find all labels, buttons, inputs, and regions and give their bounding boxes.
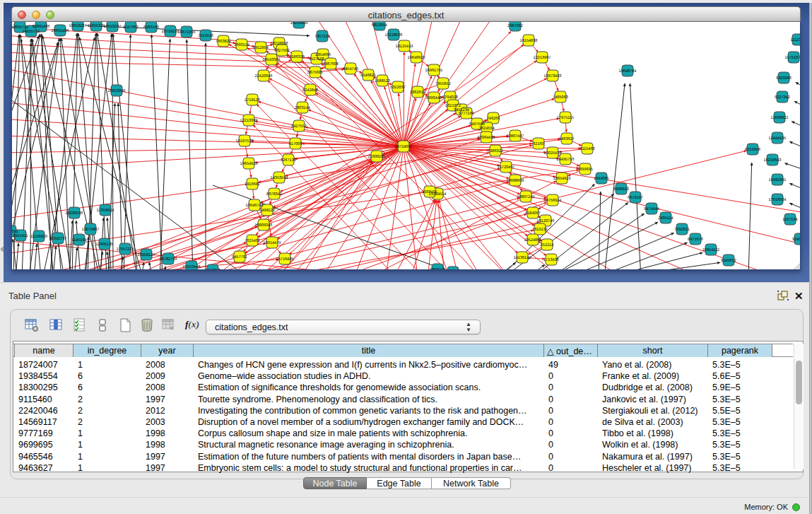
svg-text:7663822: 7663822 bbox=[216, 40, 231, 44]
svg-text:19654925: 19654925 bbox=[240, 162, 258, 166]
svg-text:7515526: 7515526 bbox=[198, 34, 213, 38]
svg-text:6679197: 6679197 bbox=[628, 196, 643, 200]
svg-text:9245012: 9245012 bbox=[792, 238, 801, 242]
svg-text:20206536: 20206536 bbox=[66, 211, 83, 216]
svg-text:26053346: 26053346 bbox=[108, 89, 126, 93]
svg-text:16809346: 16809346 bbox=[255, 223, 273, 228]
svg-text:19524851: 19524851 bbox=[524, 238, 542, 243]
svg-text:11156829: 11156829 bbox=[30, 235, 47, 239]
svg-text:16756924: 16756924 bbox=[544, 199, 562, 203]
svg-text:15716485: 15716485 bbox=[276, 257, 294, 262]
svg-text:1644095: 1644095 bbox=[594, 177, 609, 181]
svg-text:2354666: 2354666 bbox=[315, 53, 331, 57]
svg-text:252214: 252214 bbox=[541, 243, 554, 247]
svg-text:8678342: 8678342 bbox=[266, 192, 282, 197]
svg-text:9227342: 9227342 bbox=[775, 95, 790, 100]
svg-text:12213967: 12213967 bbox=[534, 56, 551, 60]
svg-text:8813054: 8813054 bbox=[372, 23, 387, 28]
svg-text:1527602: 1527602 bbox=[123, 25, 139, 30]
svg-text:13218506: 13218506 bbox=[385, 33, 403, 37]
svg-text:2687682: 2687682 bbox=[507, 24, 523, 28]
svg-text:9245652: 9245652 bbox=[721, 259, 736, 263]
svg-text:1938455: 1938455 bbox=[422, 190, 437, 194]
svg-text:3624554: 3624554 bbox=[479, 127, 495, 131]
svg-text:6794028: 6794028 bbox=[442, 95, 458, 100]
svg-text:1615132: 1615132 bbox=[532, 228, 548, 232]
svg-text:17359924: 17359924 bbox=[97, 209, 114, 213]
svg-text:16671355: 16671355 bbox=[178, 30, 196, 35]
svg-text:3267130: 3267130 bbox=[281, 158, 296, 163]
svg-text:7357224: 7357224 bbox=[314, 35, 330, 39]
svg-text:10807487: 10807487 bbox=[507, 134, 524, 139]
svg-text:9474444: 9474444 bbox=[644, 207, 659, 211]
svg-text:3660124: 3660124 bbox=[234, 43, 249, 47]
svg-text:16640910: 16640910 bbox=[408, 56, 425, 60]
svg-text:14136141: 14136141 bbox=[514, 256, 531, 260]
svg-text:2867608: 2867608 bbox=[323, 62, 339, 66]
svg-text:746266: 746266 bbox=[487, 117, 500, 121]
svg-text:2935114: 2935114 bbox=[658, 216, 673, 221]
svg-text:1498222: 1498222 bbox=[259, 209, 275, 213]
svg-text:12213369: 12213369 bbox=[240, 119, 258, 123]
svg-text:10688609: 10688609 bbox=[507, 179, 524, 183]
svg-text:1588520: 1588520 bbox=[375, 79, 390, 83]
svg-text:16107533: 16107533 bbox=[236, 139, 254, 144]
svg-text:10973493: 10973493 bbox=[544, 74, 562, 78]
svg-text:8471676: 8471676 bbox=[688, 238, 703, 242]
svg-text:13654923: 13654923 bbox=[553, 177, 571, 181]
svg-text:9527508: 9527508 bbox=[309, 57, 324, 62]
svg-text:8912954: 8912954 bbox=[253, 46, 269, 50]
svg-text:9115460: 9115460 bbox=[579, 147, 594, 151]
svg-text:9850713: 9850713 bbox=[430, 268, 445, 270]
svg-text:10553267: 10553267 bbox=[104, 25, 122, 29]
svg-text:16958127: 16958127 bbox=[138, 253, 155, 257]
svg-text:14353594: 14353594 bbox=[271, 176, 288, 180]
svg-text:14055712: 14055712 bbox=[23, 30, 40, 34]
svg-text:5875685: 5875685 bbox=[307, 71, 323, 75]
svg-text:16543362: 16543362 bbox=[263, 58, 281, 62]
svg-text:8242848: 8242848 bbox=[302, 88, 318, 93]
svg-text:16033809: 16033809 bbox=[290, 22, 308, 25]
svg-text:16210643: 16210643 bbox=[764, 158, 782, 163]
svg-text:1362615: 1362615 bbox=[410, 90, 425, 95]
svg-text:1145194: 1145194 bbox=[71, 238, 86, 243]
svg-text:11055325: 11055325 bbox=[88, 24, 105, 28]
svg-text:12942737: 12942737 bbox=[49, 237, 67, 241]
svg-text:15720407: 15720407 bbox=[498, 165, 515, 170]
svg-text:22420046: 22420046 bbox=[255, 74, 273, 78]
svg-text:7632621: 7632621 bbox=[674, 228, 690, 232]
svg-text:16648784: 16648784 bbox=[619, 69, 637, 74]
svg-text:7485063: 7485063 bbox=[553, 95, 568, 100]
svg-text:53226058: 53226058 bbox=[271, 42, 288, 46]
svg-text:32891406: 32891406 bbox=[33, 25, 50, 29]
svg-text:12444195: 12444195 bbox=[769, 136, 787, 141]
svg-text:10719155: 10719155 bbox=[162, 30, 180, 34]
svg-text:2803144: 2803144 bbox=[295, 106, 310, 110]
svg-text:8215958: 8215958 bbox=[745, 148, 760, 152]
svg-text:17975115: 17975115 bbox=[557, 116, 574, 120]
svg-text:9245013: 9245013 bbox=[205, 269, 220, 270]
svg-text:12905135: 12905135 bbox=[96, 243, 114, 247]
svg-text:10653287: 10653287 bbox=[69, 24, 87, 28]
svg-text:6466160: 6466160 bbox=[143, 25, 159, 30]
svg-text:7625402: 7625402 bbox=[245, 239, 260, 243]
svg-text:16782759: 16782759 bbox=[160, 257, 177, 262]
svg-text:8454749: 8454749 bbox=[343, 67, 358, 71]
svg-text:13975867: 13975867 bbox=[82, 228, 100, 232]
svg-text:9184067: 9184067 bbox=[525, 211, 541, 216]
svg-text:16914479: 16914479 bbox=[264, 241, 281, 245]
svg-text:2718126: 2718126 bbox=[245, 98, 260, 103]
svg-text:18125419: 18125419 bbox=[396, 45, 413, 49]
svg-text:12923446: 12923446 bbox=[183, 265, 201, 269]
svg-text:8938923: 8938923 bbox=[613, 187, 629, 192]
svg-text:15692391: 15692391 bbox=[769, 178, 787, 182]
svg-text:9457791: 9457791 bbox=[232, 255, 247, 259]
svg-text:16046748: 16046748 bbox=[246, 204, 264, 208]
svg-text:16154838: 16154838 bbox=[520, 39, 538, 43]
svg-text:62160: 62160 bbox=[533, 142, 544, 146]
svg-text:3915411: 3915411 bbox=[13, 234, 28, 238]
svg-text:9327502: 9327502 bbox=[274, 49, 290, 53]
svg-text:9463627: 9463627 bbox=[559, 137, 575, 141]
svg-text:14495750: 14495750 bbox=[557, 158, 575, 162]
svg-text:18724007: 18724007 bbox=[395, 145, 413, 149]
